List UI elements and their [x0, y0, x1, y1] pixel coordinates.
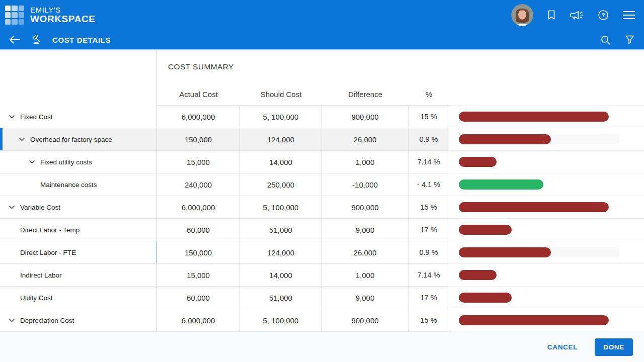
row-cells: Direct Labor - FTE150,000124,00026,0000.… [0, 241, 449, 264]
table-row[interactable]: Direct Labor - Temp60,00051,0009,00017 % [0, 219, 644, 241]
bar-cell [449, 309, 644, 332]
column-header-should-cost: Should Cost [240, 83, 322, 105]
chevron-down-icon[interactable] [19, 138, 30, 141]
menu-icon[interactable] [623, 11, 635, 20]
column-header-difference: Difference [322, 83, 409, 105]
table-row[interactable]: Depreciation Cost6,000,0005, 100,000900,… [0, 309, 644, 332]
bar-track [459, 202, 609, 212]
row-label: Variable Cost [20, 204, 60, 211]
bookmark-icon[interactable] [547, 10, 555, 20]
cell-difference: 900,000 [322, 106, 409, 128]
row-label: Depreciation Cost [20, 317, 74, 324]
table-row[interactable]: Utility Cost60,00051,0009,00017 % [0, 287, 644, 309]
bar-track [459, 270, 497, 280]
tree-cell[interactable]: Utility Cost [0, 287, 157, 309]
row-label: Utility Cost [20, 294, 53, 302]
cell-difference: 26,000 [322, 241, 409, 263]
tree-column-spacer [0, 50, 157, 83]
tree-cell[interactable]: Indirect Labor [0, 264, 157, 286]
tree-cell[interactable]: Overhead for factory space [0, 128, 157, 150]
cell-percent: 15 % [409, 106, 449, 128]
table-column-header: Actual Cost Should Cost Difference % [0, 83, 644, 106]
workspace-name-line2: WORKSPACE [30, 14, 96, 24]
table-row[interactable]: Variable Cost6,000,0005, 100,000900,0001… [0, 196, 644, 219]
cell-should-cost: 124,000 [240, 241, 322, 263]
bar-track [459, 225, 512, 235]
bar-cell [449, 151, 644, 173]
chevron-down-icon[interactable] [9, 115, 20, 119]
chevron-down-icon[interactable] [9, 206, 20, 209]
cell-difference: 1,000 [322, 151, 409, 173]
chevron-down-icon[interactable] [29, 160, 40, 164]
cell-actual-cost: 60,000 [157, 219, 240, 241]
action-bar: CANCEL DONE [0, 332, 644, 362]
bar-track [459, 157, 497, 167]
done-button[interactable]: DONE [595, 338, 633, 356]
cell-actual-cost: 150,000 [157, 241, 240, 263]
row-label: Overhead for factory space [30, 136, 112, 143]
row-label: Fixed Cost [20, 113, 53, 121]
cell-should-cost: 250,000 [240, 173, 322, 196]
tree-cell[interactable]: Direct Labor - FTE [0, 241, 157, 263]
difference-bar-red [459, 293, 512, 303]
row-cells: Utility Cost60,00051,0009,00017 % [0, 287, 449, 309]
cell-percent: 15 % [409, 196, 449, 218]
tree-cell[interactable]: Depreciation Cost [0, 309, 157, 331]
cell-should-cost: 5, 100,000 [240, 309, 322, 331]
cell-percent: 0.9 % [409, 241, 449, 263]
cell-should-cost: 14,000 [240, 264, 322, 286]
user-avatar[interactable] [511, 4, 533, 26]
section-title-row: COST SUMMARY [0, 50, 644, 83]
cell-actual-cost: 6,000,000 [157, 309, 240, 331]
bar-track [459, 134, 620, 144]
difference-bar-red [459, 157, 497, 167]
tree-cell[interactable]: Fixed utility costs [0, 151, 157, 173]
difference-bar-red [459, 134, 551, 144]
gavel-icon [32, 35, 42, 45]
table-row[interactable]: Fixed Cost6,000,0005, 100,000900,00015 % [0, 106, 644, 128]
table-row[interactable]: Indirect Labor15,00014,0001,0007.14 % [0, 264, 644, 287]
filter-icon[interactable] [625, 35, 634, 44]
cell-percent: 0.9 % [409, 128, 449, 150]
row-cells: Overhead for factory space150,000124,000… [0, 128, 449, 151]
page-toolbar: COST DETAILS [0, 30, 644, 50]
bar-cell [449, 287, 644, 309]
help-icon[interactable]: ? [598, 10, 609, 21]
cell-actual-cost: 60,000 [157, 287, 240, 309]
bar-track [459, 179, 543, 190]
table-row[interactable]: Maintenance costs240,000250,000-10,000- … [0, 173, 644, 196]
bar-cell [449, 128, 644, 151]
search-icon[interactable] [601, 35, 610, 45]
bar-cell [449, 106, 644, 128]
tree-cell[interactable]: Direct Labor - Temp [0, 219, 157, 241]
difference-bar-red [459, 202, 609, 212]
workspace-logo-icon [5, 6, 24, 25]
bar-cell [449, 196, 644, 219]
announcements-icon[interactable] [570, 10, 584, 20]
bar-column-header-spacer [449, 83, 644, 106]
row-label: Indirect Labor [20, 272, 62, 279]
bar-cell [449, 241, 644, 264]
cell-actual-cost: 15,000 [157, 151, 240, 173]
cell-actual-cost: 15,000 [157, 264, 240, 286]
column-header-percent: % [409, 83, 449, 105]
difference-bar-red [459, 247, 551, 257]
difference-bar-red [459, 112, 609, 122]
tree-cell[interactable]: Maintenance costs [0, 173, 157, 196]
table-row[interactable]: Direct Labor - FTE150,000124,00026,0000.… [0, 241, 644, 264]
cell-percent: 7.14 % [409, 264, 449, 286]
table-row[interactable]: Fixed utility costs15,00014,0001,0007.14… [0, 151, 644, 173]
tree-cell[interactable]: Variable Cost [0, 196, 157, 218]
cell-difference: 9,000 [322, 219, 409, 241]
cancel-button[interactable]: CANCEL [547, 343, 578, 351]
chevron-down-icon[interactable] [9, 319, 20, 322]
bar-cell [449, 264, 644, 287]
cell-actual-cost: 6,000,000 [157, 196, 240, 218]
back-button-icon[interactable] [9, 36, 20, 44]
table-row[interactable]: Overhead for factory space150,000124,000… [0, 128, 644, 151]
cell-difference: 900,000 [322, 309, 409, 331]
tree-cell[interactable]: Fixed Cost [0, 106, 157, 128]
bar-track [459, 247, 620, 257]
row-cells: Depreciation Cost6,000,0005, 100,000900,… [0, 309, 449, 332]
row-label: Direct Labor - FTE [20, 249, 76, 256]
